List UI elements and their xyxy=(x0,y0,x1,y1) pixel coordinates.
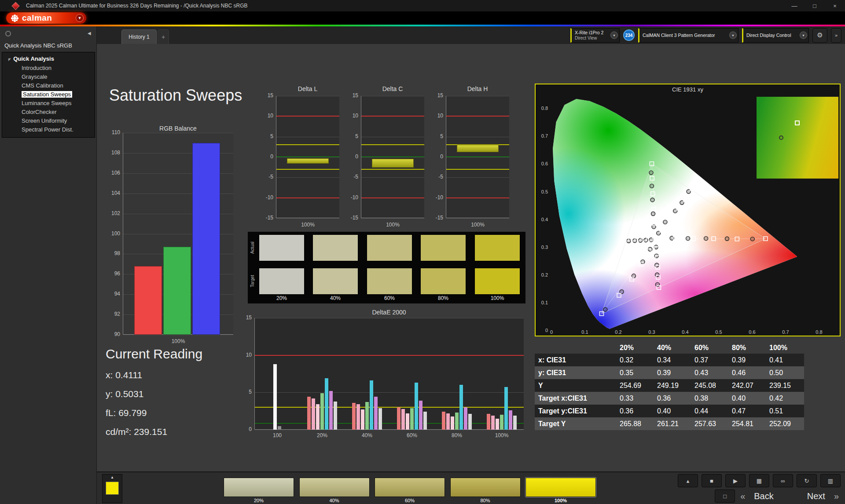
svg-text:0.2: 0.2 xyxy=(615,329,621,335)
delta-c-plot: -15-10-5051015100% xyxy=(361,96,424,218)
bottom-bar: ▴ 20%40%60%80%100% ▴■▶▦∞↻▥ □ « Back Next… xyxy=(97,471,845,504)
save-button[interactable]: ▦ xyxy=(749,474,769,487)
play-button[interactable]: ▶ xyxy=(725,474,746,487)
logo-bar: calman ▼ xyxy=(0,11,845,25)
chevrons-left-icon[interactable]: « xyxy=(740,491,745,501)
cie-measured-point xyxy=(603,307,607,311)
patch-label: 40% xyxy=(299,498,370,503)
panel-expand-button[interactable]: » xyxy=(831,28,841,43)
workflow-tree: ◤Quick Analysis IntroductionGrayscaleCMS… xyxy=(2,52,95,138)
svg-text:0.6: 0.6 xyxy=(541,161,548,166)
rgb-balance-title: RGB Balance xyxy=(123,125,233,132)
pattern-window-button[interactable]: □ xyxy=(715,489,735,503)
pattern-patch-40%[interactable] xyxy=(299,478,370,497)
cie-zoom-inset xyxy=(757,97,838,179)
window-title: Calman 2025 Calman Ultimate for Business… xyxy=(26,3,248,9)
cie-measured-point xyxy=(655,273,659,277)
grid-button[interactable]: ▥ xyxy=(820,474,841,487)
svg-text:0.4: 0.4 xyxy=(682,329,688,335)
tree-root-quick-analysis[interactable]: ◤Quick Analysis xyxy=(2,55,95,63)
collapse-arrow-icon: ◤ xyxy=(8,58,11,62)
collapse-up-icon[interactable]: ▴ xyxy=(111,475,113,481)
pattern-patch-80%[interactable] xyxy=(450,478,521,497)
cie-measured-point xyxy=(704,237,708,241)
chevrons-right-icon[interactable]: » xyxy=(834,491,839,501)
svg-text:0.7: 0.7 xyxy=(782,329,789,335)
target-point-icon xyxy=(795,121,800,125)
current-reading-block: Current Reading x: 0.4111y: 0.5031fL: 69… xyxy=(106,347,202,437)
svg-text:0.6: 0.6 xyxy=(749,329,755,335)
svg-text:0.8: 0.8 xyxy=(541,106,548,111)
cie-measured-point xyxy=(651,212,655,215)
cie-measured-point xyxy=(644,238,648,242)
svg-text:0.7: 0.7 xyxy=(541,133,548,139)
pattern-generator-dropdown[interactable]: CalMAN Client 3 Pattern Generator ▼ xyxy=(638,28,738,43)
sidebar-item-saturation-sweeps[interactable]: Saturation Sweeps xyxy=(2,90,95,99)
sidebar-item-spectral-power-dist-[interactable]: Spectral Power Dist. xyxy=(2,125,95,134)
calman-logo[interactable]: calman ▼ xyxy=(6,12,86,24)
settings-gear-button[interactable]: ⚙ xyxy=(812,28,827,43)
rgb-balance-chart: RGB Balance 9092949698100102104106108110… xyxy=(100,125,238,349)
tab-history-1[interactable]: History 1 xyxy=(121,29,157,44)
square-icon: □ xyxy=(723,493,727,500)
measured-point-icon xyxy=(779,135,783,140)
deltae-2000-chart: DeltaE 2000 05101510020%40%60%80%100% xyxy=(244,308,529,440)
rgb-balance-plot: 9092949698100102104106108110100% xyxy=(123,133,233,335)
brand-text: calman xyxy=(22,13,52,23)
svg-text:0.2: 0.2 xyxy=(541,272,548,278)
page-title: Saturation Sweeps xyxy=(109,86,242,105)
patch-label: 20% xyxy=(224,498,294,503)
current-pattern-swatch xyxy=(106,482,119,495)
sidebar-item-introduction[interactable]: Introduction xyxy=(2,63,95,72)
delta-h-title: Delta H xyxy=(446,85,509,92)
pattern-patch-60%[interactable] xyxy=(375,478,445,497)
collapse-up-button[interactable]: ▴ xyxy=(678,474,698,487)
loop-button[interactable]: ∞ xyxy=(773,474,793,487)
refresh-button[interactable]: ↻ xyxy=(797,474,817,487)
meter-dropdown[interactable]: X-Rite i1Pro 2 Direct View ▼ xyxy=(570,28,620,43)
window-controls: — □ × xyxy=(784,0,845,11)
chevron-down-icon: ▼ xyxy=(800,32,807,39)
close-button[interactable]: × xyxy=(825,0,845,11)
pattern-preview-panel: ▴ xyxy=(102,474,122,503)
sidebar: ◄ Quick Analysis NBC sRGB ◤Quick Analysi… xyxy=(0,26,97,504)
next-button[interactable]: Next xyxy=(807,491,825,501)
svg-text:0.4: 0.4 xyxy=(541,217,548,222)
add-tab-button[interactable]: + xyxy=(158,29,169,44)
delta-l-plot: -15-10-5051015100% xyxy=(276,96,339,218)
sidebar-item-screen-uniformity[interactable]: Screen Uniformity xyxy=(2,116,95,125)
sidebar-item-grayscale[interactable]: Grayscale xyxy=(2,72,95,81)
app-icon xyxy=(12,2,19,9)
logo-menu-chevron-icon[interactable]: ▼ xyxy=(76,14,84,22)
pattern-patch-20%[interactable] xyxy=(224,478,294,497)
sidebar-item-colorchecker[interactable]: ColorChecker xyxy=(2,107,95,116)
stop-button[interactable]: ■ xyxy=(702,474,722,487)
patch-label: 60% xyxy=(375,498,445,503)
saturation-data-table: 20%40%60%80%100%x: CIE310.320.340.370.39… xyxy=(535,342,804,430)
sidebar-collapse-icon[interactable]: ◄ xyxy=(86,30,92,37)
session-dot-icon[interactable] xyxy=(5,31,11,37)
table-row: Target y:CIE310.360.400.440.470.51 xyxy=(535,405,804,417)
meter-status-badge[interactable]: 234 xyxy=(623,29,635,41)
minimize-button[interactable]: — xyxy=(784,0,805,11)
cie-measured-point xyxy=(663,220,667,224)
pattern-patch-100%[interactable] xyxy=(525,478,596,497)
tab-strip: History 1 + X-Rite i1Pro 2 Direct View ▼… xyxy=(97,26,845,44)
chevron-down-icon: ▼ xyxy=(729,32,737,39)
cie-1931-panel[interactable]: CIE 1931 xy 000.10.10.20.20.30.30.40.40.… xyxy=(535,84,841,336)
cie-measured-point xyxy=(639,238,643,242)
svg-text:0.1: 0.1 xyxy=(581,329,588,335)
svg-text:0.5: 0.5 xyxy=(715,329,722,335)
sidebar-item-luminance-sweeps[interactable]: Luminance Sweeps xyxy=(2,99,95,107)
table-row: x: CIE310.320.340.370.390.41 xyxy=(535,354,804,366)
delta-c-chart: Delta C -15-10-5051015100% xyxy=(345,85,427,230)
display-control-dropdown[interactable]: Direct Display Control ▼ xyxy=(742,28,809,43)
sidebar-item-cms-calibration[interactable]: CMS Calibration xyxy=(2,81,95,90)
cie-measured-point xyxy=(750,237,754,241)
delta-h-plot: -15-10-5051015100% xyxy=(446,96,509,218)
back-button[interactable]: Back xyxy=(754,491,773,501)
titlebar: Calman 2025 Calman Ultimate for Business… xyxy=(0,0,845,11)
current-reading-title: Current Reading xyxy=(106,347,202,362)
maximize-button[interactable]: □ xyxy=(805,0,825,11)
delta-l-title: Delta L xyxy=(276,85,339,92)
